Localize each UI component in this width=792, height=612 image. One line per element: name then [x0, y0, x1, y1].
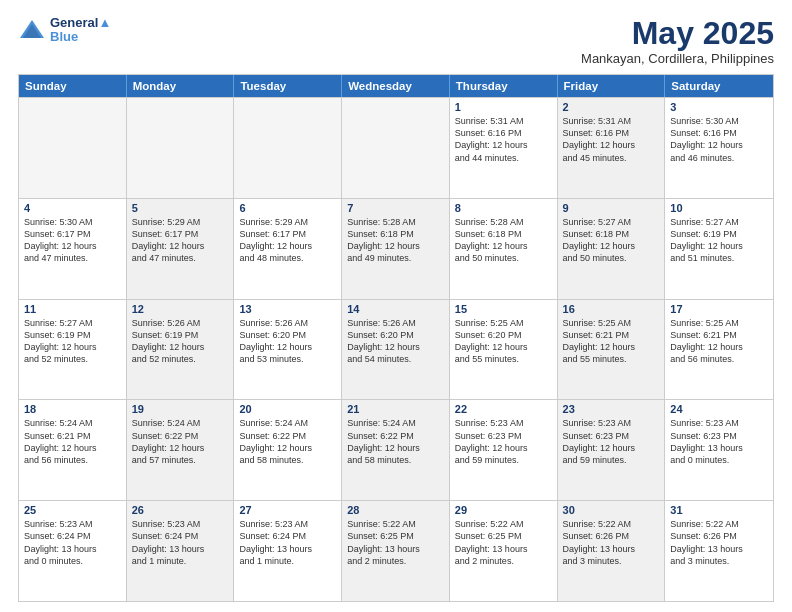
header-day-monday: Monday — [127, 75, 235, 97]
location: Mankayan, Cordillera, Philippines — [581, 51, 774, 66]
cal-cell: 22Sunrise: 5:23 AM Sunset: 6:23 PM Dayli… — [450, 400, 558, 500]
day-info: Sunrise: 5:28 AM Sunset: 6:18 PM Dayligh… — [455, 216, 552, 265]
cal-cell: 23Sunrise: 5:23 AM Sunset: 6:23 PM Dayli… — [558, 400, 666, 500]
cal-cell: 4Sunrise: 5:30 AM Sunset: 6:17 PM Daylig… — [19, 199, 127, 299]
cal-cell — [234, 98, 342, 198]
cal-cell: 15Sunrise: 5:25 AM Sunset: 6:20 PM Dayli… — [450, 300, 558, 400]
cal-cell: 25Sunrise: 5:23 AM Sunset: 6:24 PM Dayli… — [19, 501, 127, 601]
calendar: SundayMondayTuesdayWednesdayThursdayFrid… — [18, 74, 774, 602]
day-number: 23 — [563, 403, 660, 415]
day-number: 4 — [24, 202, 121, 214]
day-number: 10 — [670, 202, 768, 214]
cal-cell: 31Sunrise: 5:22 AM Sunset: 6:26 PM Dayli… — [665, 501, 773, 601]
day-number: 22 — [455, 403, 552, 415]
cal-cell: 8Sunrise: 5:28 AM Sunset: 6:18 PM Daylig… — [450, 199, 558, 299]
cal-cell: 20Sunrise: 5:24 AM Sunset: 6:22 PM Dayli… — [234, 400, 342, 500]
cal-cell: 11Sunrise: 5:27 AM Sunset: 6:19 PM Dayli… — [19, 300, 127, 400]
cal-cell — [342, 98, 450, 198]
day-info: Sunrise: 5:25 AM Sunset: 6:21 PM Dayligh… — [670, 317, 768, 366]
day-info: Sunrise: 5:29 AM Sunset: 6:17 PM Dayligh… — [132, 216, 229, 265]
day-info: Sunrise: 5:23 AM Sunset: 6:24 PM Dayligh… — [239, 518, 336, 567]
header-day-sunday: Sunday — [19, 75, 127, 97]
cal-cell: 13Sunrise: 5:26 AM Sunset: 6:20 PM Dayli… — [234, 300, 342, 400]
day-info: Sunrise: 5:29 AM Sunset: 6:17 PM Dayligh… — [239, 216, 336, 265]
day-number: 30 — [563, 504, 660, 516]
cal-cell: 9Sunrise: 5:27 AM Sunset: 6:18 PM Daylig… — [558, 199, 666, 299]
day-info: Sunrise: 5:27 AM Sunset: 6:19 PM Dayligh… — [670, 216, 768, 265]
cal-cell: 10Sunrise: 5:27 AM Sunset: 6:19 PM Dayli… — [665, 199, 773, 299]
day-info: Sunrise: 5:23 AM Sunset: 6:23 PM Dayligh… — [670, 417, 768, 466]
day-number: 24 — [670, 403, 768, 415]
day-number: 21 — [347, 403, 444, 415]
day-info: Sunrise: 5:26 AM Sunset: 6:19 PM Dayligh… — [132, 317, 229, 366]
day-number: 16 — [563, 303, 660, 315]
cal-cell: 17Sunrise: 5:25 AM Sunset: 6:21 PM Dayli… — [665, 300, 773, 400]
day-number: 15 — [455, 303, 552, 315]
day-number: 29 — [455, 504, 552, 516]
cal-cell: 21Sunrise: 5:24 AM Sunset: 6:22 PM Dayli… — [342, 400, 450, 500]
header-day-thursday: Thursday — [450, 75, 558, 97]
header: General▲ Blue May 2025 Mankayan, Cordill… — [18, 16, 774, 66]
day-number: 8 — [455, 202, 552, 214]
day-number: 9 — [563, 202, 660, 214]
day-number: 13 — [239, 303, 336, 315]
header-day-friday: Friday — [558, 75, 666, 97]
day-info: Sunrise: 5:26 AM Sunset: 6:20 PM Dayligh… — [347, 317, 444, 366]
day-info: Sunrise: 5:25 AM Sunset: 6:21 PM Dayligh… — [563, 317, 660, 366]
cal-cell: 24Sunrise: 5:23 AM Sunset: 6:23 PM Dayli… — [665, 400, 773, 500]
month-title: May 2025 — [581, 16, 774, 51]
cal-cell — [127, 98, 235, 198]
header-day-saturday: Saturday — [665, 75, 773, 97]
day-info: Sunrise: 5:27 AM Sunset: 6:18 PM Dayligh… — [563, 216, 660, 265]
cal-cell: 2Sunrise: 5:31 AM Sunset: 6:16 PM Daylig… — [558, 98, 666, 198]
day-info: Sunrise: 5:24 AM Sunset: 6:22 PM Dayligh… — [239, 417, 336, 466]
calendar-body: 1Sunrise: 5:31 AM Sunset: 6:16 PM Daylig… — [19, 97, 773, 601]
day-info: Sunrise: 5:22 AM Sunset: 6:26 PM Dayligh… — [563, 518, 660, 567]
day-number: 27 — [239, 504, 336, 516]
day-number: 20 — [239, 403, 336, 415]
cal-cell: 12Sunrise: 5:26 AM Sunset: 6:19 PM Dayli… — [127, 300, 235, 400]
calendar-header-row: SundayMondayTuesdayWednesdayThursdayFrid… — [19, 75, 773, 97]
day-info: Sunrise: 5:30 AM Sunset: 6:17 PM Dayligh… — [24, 216, 121, 265]
day-number: 7 — [347, 202, 444, 214]
logo-icon — [18, 18, 46, 42]
header-day-tuesday: Tuesday — [234, 75, 342, 97]
day-info: Sunrise: 5:28 AM Sunset: 6:18 PM Dayligh… — [347, 216, 444, 265]
header-day-wednesday: Wednesday — [342, 75, 450, 97]
logo: General▲ Blue — [18, 16, 111, 45]
day-number: 6 — [239, 202, 336, 214]
day-number: 14 — [347, 303, 444, 315]
day-info: Sunrise: 5:24 AM Sunset: 6:21 PM Dayligh… — [24, 417, 121, 466]
week-row-5: 25Sunrise: 5:23 AM Sunset: 6:24 PM Dayli… — [19, 500, 773, 601]
day-number: 17 — [670, 303, 768, 315]
day-number: 3 — [670, 101, 768, 113]
page: General▲ Blue May 2025 Mankayan, Cordill… — [0, 0, 792, 612]
week-row-2: 4Sunrise: 5:30 AM Sunset: 6:17 PM Daylig… — [19, 198, 773, 299]
day-number: 26 — [132, 504, 229, 516]
day-number: 11 — [24, 303, 121, 315]
day-number: 25 — [24, 504, 121, 516]
cal-cell: 16Sunrise: 5:25 AM Sunset: 6:21 PM Dayli… — [558, 300, 666, 400]
day-info: Sunrise: 5:24 AM Sunset: 6:22 PM Dayligh… — [347, 417, 444, 466]
title-block: May 2025 Mankayan, Cordillera, Philippin… — [581, 16, 774, 66]
day-info: Sunrise: 5:25 AM Sunset: 6:20 PM Dayligh… — [455, 317, 552, 366]
cal-cell: 7Sunrise: 5:28 AM Sunset: 6:18 PM Daylig… — [342, 199, 450, 299]
day-info: Sunrise: 5:22 AM Sunset: 6:26 PM Dayligh… — [670, 518, 768, 567]
week-row-4: 18Sunrise: 5:24 AM Sunset: 6:21 PM Dayli… — [19, 399, 773, 500]
day-number: 19 — [132, 403, 229, 415]
cal-cell: 28Sunrise: 5:22 AM Sunset: 6:25 PM Dayli… — [342, 501, 450, 601]
day-info: Sunrise: 5:23 AM Sunset: 6:23 PM Dayligh… — [563, 417, 660, 466]
day-number: 5 — [132, 202, 229, 214]
day-info: Sunrise: 5:30 AM Sunset: 6:16 PM Dayligh… — [670, 115, 768, 164]
logo-text: General▲ Blue — [50, 16, 111, 45]
cal-cell: 3Sunrise: 5:30 AM Sunset: 6:16 PM Daylig… — [665, 98, 773, 198]
day-info: Sunrise: 5:23 AM Sunset: 6:24 PM Dayligh… — [24, 518, 121, 567]
day-number: 28 — [347, 504, 444, 516]
cal-cell: 14Sunrise: 5:26 AM Sunset: 6:20 PM Dayli… — [342, 300, 450, 400]
day-info: Sunrise: 5:31 AM Sunset: 6:16 PM Dayligh… — [563, 115, 660, 164]
day-info: Sunrise: 5:27 AM Sunset: 6:19 PM Dayligh… — [24, 317, 121, 366]
day-info: Sunrise: 5:24 AM Sunset: 6:22 PM Dayligh… — [132, 417, 229, 466]
day-info: Sunrise: 5:22 AM Sunset: 6:25 PM Dayligh… — [347, 518, 444, 567]
day-info: Sunrise: 5:22 AM Sunset: 6:25 PM Dayligh… — [455, 518, 552, 567]
cal-cell: 29Sunrise: 5:22 AM Sunset: 6:25 PM Dayli… — [450, 501, 558, 601]
